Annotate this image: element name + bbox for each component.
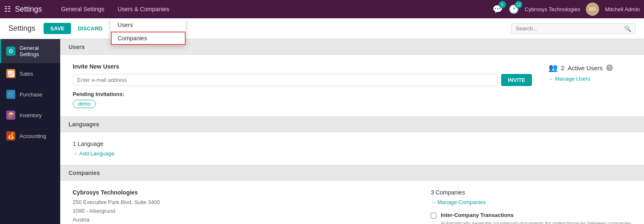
invite-row: INVITE xyxy=(73,74,532,86)
top-navigation: ☷ Settings General Settings Users & Comp… xyxy=(0,0,644,18)
sidebar-label-accounting: Accounting xyxy=(20,133,46,139)
sidebar-item-general-settings[interactable]: ⚙ General Settings xyxy=(0,39,60,63)
sidebar-item-accounting[interactable]: 💰 Accounting xyxy=(0,126,60,146)
save-button[interactable]: SAVE xyxy=(44,23,71,34)
sidebar-label-inventory: Inventory xyxy=(20,112,42,118)
purchase-icon: 🛒 xyxy=(6,90,15,99)
company-address: 250 Executive Park Blvd, Suite 3400 1090… xyxy=(73,198,414,224)
active-users-count: 2 xyxy=(561,64,564,71)
discard-button[interactable]: DISCARD xyxy=(74,23,105,34)
company-count: 3 Companies xyxy=(431,189,632,196)
sidebar: ⚙ General Settings 📈 Sales 🛒 Purchase 📦 … xyxy=(0,39,60,224)
dropdown-users[interactable]: Users xyxy=(111,18,186,32)
inter-company-label: Inter-Company Transactions xyxy=(441,212,632,218)
users-section-body: Invite New Users INVITE Pending Invitati… xyxy=(60,55,644,116)
page-header: Settings SAVE DISCARD 🔍 xyxy=(0,18,644,39)
activity-icon-badge[interactable]: 🕐 12 xyxy=(509,4,519,14)
company-name[interactable]: Cybrosys Technologies xyxy=(525,6,580,12)
company-name-text: Cybrosys Technologies xyxy=(73,189,414,196)
nav-right: 💬 5 🕐 12 Cybrosys Technologies MA Mitche… xyxy=(492,2,640,16)
invite-label: Invite New Users xyxy=(73,63,532,70)
users-companies-dropdown: Users Companies xyxy=(111,18,186,45)
sidebar-label-general: General Settings xyxy=(20,45,55,57)
nav-general-settings[interactable]: General Settings xyxy=(54,0,111,18)
inter-company-info: Inter-Company Transactions Automatically… xyxy=(441,212,632,224)
manage-users-link[interactable]: → Manage Users xyxy=(549,76,632,82)
pending-label: Pending Invitations: xyxy=(73,91,532,97)
sidebar-label-purchase: Purchase xyxy=(20,91,42,98)
inter-company-desc: Automatically generate counterpart docum… xyxy=(441,220,632,224)
manage-companies-link[interactable]: → Manage Companies xyxy=(431,199,632,205)
active-users-block: 👥 2 Active Users ? → Manage Users xyxy=(549,63,632,82)
email-input[interactable] xyxy=(73,74,498,86)
active-users-row: 👥 2 Active Users ? xyxy=(549,63,632,72)
accounting-icon: 💰 xyxy=(6,131,15,140)
languages-section-body: 1 Language → Add Language xyxy=(60,132,644,165)
language-count: 1 Language xyxy=(73,140,632,147)
sidebar-item-inventory[interactable]: 📦 Inventory xyxy=(0,105,60,126)
gear-icon: ⚙ xyxy=(6,47,15,56)
pending-badge: demo xyxy=(73,100,96,108)
user-name: Mitchell Admin xyxy=(605,6,640,12)
inter-company-checkbox[interactable] xyxy=(431,213,436,219)
chat-badge: 5 xyxy=(499,1,506,8)
company-right: 3 Companies → Manage Companies Inter-Com… xyxy=(431,189,632,224)
activity-badge: 12 xyxy=(515,1,522,8)
invite-block: Invite New Users INVITE Pending Invitati… xyxy=(73,63,532,108)
search-input[interactable] xyxy=(516,25,624,32)
page-title: Settings xyxy=(8,24,35,33)
active-users-label: Active Users xyxy=(568,64,602,71)
nav-links: General Settings Users & Companies Users… xyxy=(54,0,176,18)
sidebar-label-sales: Sales xyxy=(20,71,33,77)
avatar[interactable]: MA xyxy=(586,2,599,16)
sidebar-item-sales[interactable]: 📈 Sales xyxy=(0,63,60,84)
languages-section-header: Languages xyxy=(60,116,644,132)
companies-section-header: Companies xyxy=(60,165,644,181)
invite-button[interactable]: INVITE xyxy=(501,74,532,86)
info-icon: ? xyxy=(606,64,613,71)
sales-icon: 📈 xyxy=(6,69,15,78)
companies-section-body: Cybrosys Technologies 250 Executive Park… xyxy=(60,181,644,224)
nav-users-companies[interactable]: Users & Companies Users Companies xyxy=(111,0,176,18)
grid-icon[interactable]: ☷ xyxy=(4,5,11,14)
dropdown-companies[interactable]: Companies xyxy=(111,32,186,45)
company-info: Cybrosys Technologies 250 Executive Park… xyxy=(73,189,414,224)
search-icon: 🔍 xyxy=(624,25,631,32)
app-title: Settings xyxy=(15,5,42,14)
users-icon: 👥 xyxy=(549,63,558,72)
inter-company-row: Inter-Company Transactions Automatically… xyxy=(431,212,632,224)
search-bar: 🔍 xyxy=(511,23,636,34)
chat-icon-badge[interactable]: 💬 5 xyxy=(492,4,503,14)
main-content: Users Invite New Users INVITE Pending In… xyxy=(60,39,644,224)
inventory-icon: 📦 xyxy=(6,111,15,120)
sidebar-item-purchase[interactable]: 🛒 Purchase xyxy=(0,84,60,105)
add-language-link[interactable]: → Add Language xyxy=(73,150,632,157)
main-layout: ⚙ General Settings 📈 Sales 🛒 Purchase 📦 … xyxy=(0,39,644,224)
